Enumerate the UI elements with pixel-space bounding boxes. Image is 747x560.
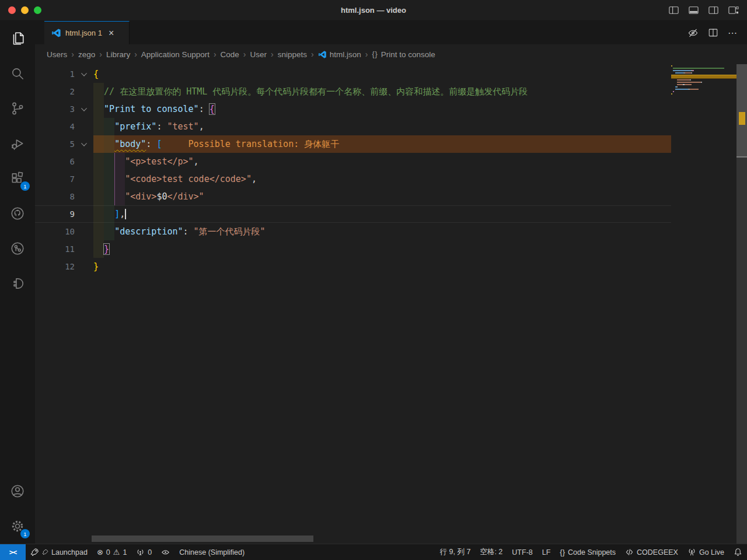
breadcrumb-item[interactable]: zego xyxy=(78,50,95,59)
fold-chevron-icon[interactable] xyxy=(75,135,93,153)
customize-layout-icon[interactable] xyxy=(727,5,739,16)
traffic-lights xyxy=(0,6,41,14)
code-text[interactable]: "Print to console": { xyxy=(93,100,671,118)
code-text[interactable]: "<div>$0</div>" xyxy=(93,188,671,205)
code-line-12[interactable]: 12} xyxy=(35,258,671,275)
code-text[interactable]: ], xyxy=(93,205,671,223)
breadcrumb-item[interactable]: Users xyxy=(47,50,67,59)
tab-close-icon[interactable]: × xyxy=(109,29,114,38)
code-line-2[interactable]: 2 // 在这里放置你的 HTML 代码片段。每个代码片段都有一个名称、前缀、内… xyxy=(35,83,671,100)
code-text[interactable]: } xyxy=(93,240,671,258)
code-text[interactable]: "body": [ Possible translation: 身体躯干 xyxy=(93,135,671,153)
window-title: html.json — video xyxy=(0,6,747,15)
code-lines[interactable]: 1{2 // 在这里放置你的 HTML 代码片段。每个代码片段都有一个名称、前缀… xyxy=(35,64,671,544)
breadcrumb-item[interactable]: Code xyxy=(221,50,239,59)
code-line-9[interactable]: 9 ], xyxy=(35,205,671,223)
settings-gear-icon[interactable]: 1 xyxy=(0,509,35,544)
breadcrumb-item[interactable]: Library xyxy=(106,50,130,59)
extensions-icon[interactable]: 1 xyxy=(0,161,35,196)
vertical-scrollbar-slider[interactable] xyxy=(736,64,747,156)
indentation[interactable]: 空格: 2 xyxy=(475,544,507,560)
fold-chevron-icon[interactable] xyxy=(75,65,93,83)
launchpad-item[interactable]: Launchpad xyxy=(26,544,92,560)
ports-item[interactable]: 0 xyxy=(131,544,156,560)
code-text[interactable]: "<p>test</p>", xyxy=(93,153,671,170)
code-line-11[interactable]: 11 } xyxy=(35,240,671,258)
toggle-hints-eye-slash-icon[interactable] xyxy=(687,27,699,38)
more-actions-icon[interactable]: ⋯ xyxy=(728,27,738,38)
fold-chevron-icon[interactable] xyxy=(75,100,93,118)
line-number[interactable]: 12 xyxy=(35,258,75,275)
line-number[interactable]: 2 xyxy=(35,83,75,100)
line-number[interactable]: 10 xyxy=(35,223,75,240)
fold-gutter xyxy=(75,118,93,135)
breadcrumb-item[interactable]: snippets xyxy=(278,50,307,59)
breadcrumb-item-file[interactable]: html.json xyxy=(318,50,361,59)
code-line-5[interactable]: 5 "body": [ Possible translation: 身体躯干 xyxy=(35,135,671,153)
fold-gutter xyxy=(75,258,93,275)
line-number[interactable]: 3 xyxy=(35,100,75,118)
remote-indicator[interactable]: >< xyxy=(0,544,26,560)
vertical-scrollbar[interactable] xyxy=(736,64,747,544)
error-icon: ⊗ xyxy=(97,548,103,556)
line-number[interactable]: 7 xyxy=(35,170,75,188)
breadcrumb-item-symbol[interactable]: {} Print to console xyxy=(372,50,435,59)
code-text[interactable]: "<code>test code</code>", xyxy=(93,170,671,188)
code-line-6[interactable]: 6 "<p>test</p>", xyxy=(35,153,671,170)
notifications-bell-icon[interactable] xyxy=(729,544,747,560)
code-text[interactable]: "description": "第一个代码片段" xyxy=(93,223,671,240)
minimize-window-button[interactable] xyxy=(21,6,29,14)
code-text[interactable]: { xyxy=(93,65,671,83)
code-text[interactable]: // 在这里放置你的 HTML 代码片段。每个代码片段都有一个名称、前缀、内容和… xyxy=(93,83,671,100)
circle-branch-icon[interactable] xyxy=(0,231,35,266)
line-number[interactable]: 1 xyxy=(35,65,75,83)
code-line-10[interactable]: 10 "description": "第一个代码片段" xyxy=(35,223,671,240)
line-number[interactable]: 4 xyxy=(35,118,75,135)
code-line-7[interactable]: 7 "<code>test code</code>", xyxy=(35,170,671,188)
code-line-3[interactable]: 3 "Print to console": { xyxy=(35,100,671,118)
line-number[interactable]: 11 xyxy=(35,240,75,258)
code-editor[interactable]: 1{2 // 在这里放置你的 HTML 代码片段。每个代码片段都有一个名称、前缀… xyxy=(35,64,747,544)
tab-label: html.json 1 xyxy=(65,29,102,37)
toggle-secondary-sidebar-icon[interactable] xyxy=(707,5,719,16)
code-line-4[interactable]: 4 "prefix": "test", xyxy=(35,118,671,135)
breadcrumb-item[interactable]: Application Support xyxy=(141,50,210,59)
codegeex-item[interactable]: CODEGEEX xyxy=(620,544,683,560)
tab-html-json[interactable]: html.json 1 × xyxy=(44,21,130,44)
minimap[interactable] xyxy=(671,65,736,182)
screencast-eye-item[interactable] xyxy=(156,544,174,560)
source-control-icon[interactable] xyxy=(0,91,35,126)
go-live-item[interactable]: Go Live xyxy=(683,544,729,560)
code-text[interactable]: "prefix": "test", xyxy=(93,118,671,135)
split-editor-icon[interactable] xyxy=(708,27,718,38)
fold-gutter xyxy=(75,188,93,205)
breadcrumb-item[interactable]: User xyxy=(250,50,267,59)
code-text[interactable]: } xyxy=(93,258,671,275)
zoom-window-button[interactable] xyxy=(34,6,41,14)
line-number[interactable]: 6 xyxy=(35,153,75,170)
horizontal-scrollbar[interactable] xyxy=(92,536,313,542)
line-number[interactable]: 9 xyxy=(35,205,75,223)
language-mode[interactable]: {} Code Snippets xyxy=(555,544,620,560)
close-window-button[interactable] xyxy=(8,6,16,14)
toggle-panel-icon[interactable] xyxy=(687,5,699,16)
line-number[interactable]: 8 xyxy=(35,188,75,205)
eol-indicator[interactable]: LF xyxy=(537,544,556,560)
github-icon[interactable] xyxy=(0,196,35,231)
fold-gutter xyxy=(75,240,93,258)
dev-container-icon[interactable] xyxy=(0,266,35,301)
run-debug-icon[interactable] xyxy=(0,126,35,161)
toggle-primary-sidebar-icon[interactable] xyxy=(668,5,679,16)
text-cursor xyxy=(125,209,126,219)
problems-item[interactable]: ⊗ 0 ⚠ 1 xyxy=(92,544,131,560)
cursor-position[interactable]: 行 9, 列 7 xyxy=(435,544,476,560)
code-line-1[interactable]: 1{ xyxy=(35,65,671,83)
search-icon[interactable] xyxy=(0,56,35,91)
code-line-8[interactable]: 8 "<div>$0</div>" xyxy=(35,188,671,205)
line-number[interactable]: 5 xyxy=(35,135,75,153)
explorer-icon[interactable] xyxy=(0,21,35,56)
accounts-icon[interactable] xyxy=(0,474,35,509)
encoding[interactable]: UTF-8 xyxy=(507,544,537,560)
extensions-badge: 1 xyxy=(20,181,30,191)
language-indicator[interactable]: Chinese (Simplified) xyxy=(174,544,249,560)
